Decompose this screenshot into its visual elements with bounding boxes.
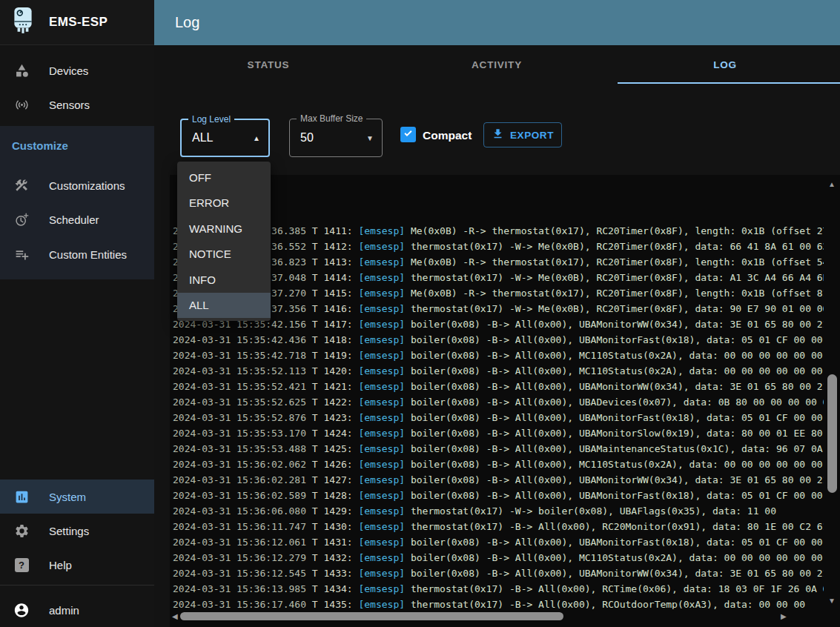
construction-icon [13, 177, 30, 193]
sidebar-item-system[interactable]: System [0, 480, 154, 514]
scroll-left-arrow-icon[interactable]: ◀ [172, 613, 178, 620]
log-line: 2024-03-31 15:36:11.747 T 1430: [emsesp]… [173, 519, 824, 534]
chevron-down-icon: ▼ [366, 134, 374, 142]
log-line: 2024-03-31 15:36:17.460 T 1435: [emsesp]… [173, 597, 824, 609]
log-level-option[interactable]: OFF [177, 165, 271, 190]
log-line: 2024-03-31 15:35:53.488 T 1425: [emsesp]… [173, 441, 824, 457]
account-circle-icon [13, 602, 30, 618]
log-line: 2024-03-31 15:35:52.876 T 1423: [emsesp]… [173, 410, 824, 425]
checkmark-icon [403, 127, 414, 142]
log-level-value: ALL [192, 131, 213, 145]
tab-status[interactable]: STATUS [154, 45, 383, 84]
sidebar-item-label: Customizations [49, 179, 125, 192]
sidebar-header: EMS-ESP [0, 0, 154, 45]
log-level-menu: OFFERRORWARNINGNOTICEINFOALL [177, 162, 271, 321]
sidebar-item-label: Help [49, 559, 72, 571]
log-line: 2024-03-31 15:36:02.062 T 1426: [emsesp]… [173, 457, 824, 472]
tab-bar: STATUS ACTIVITY LOG [154, 45, 840, 84]
sidebar-item-settings[interactable]: Settings [0, 514, 154, 548]
log-level-label: Log Level [188, 114, 234, 125]
sidebar-item-label: Scheduler [49, 213, 99, 226]
log-level-option[interactable]: ALL [177, 293, 271, 319]
tab-log[interactable]: LOG [611, 45, 839, 84]
sensors-icon [13, 96, 30, 113]
log-level-option[interactable]: NOTICE [177, 242, 271, 268]
max-buffer-value: 50 [300, 131, 314, 145]
sidebar-item-label: Devices [49, 64, 88, 77]
sidebar-item-label: Custom Entities [49, 248, 127, 261]
log-level-option[interactable]: ERROR [177, 190, 271, 216]
sidebar-item-sensors[interactable]: Sensors [0, 87, 154, 122]
username-label: admin [49, 604, 79, 617]
list-add-icon [13, 246, 30, 262]
sidebar-item-user[interactable]: admin [0, 593, 154, 627]
sidebar-item-scheduler[interactable]: Scheduler [0, 202, 154, 236]
tab-activity[interactable]: ACTIVITY [383, 45, 611, 84]
max-buffer-label: Max Buffer Size [297, 113, 366, 124]
vertical-scrollbar-thumb[interactable] [827, 374, 837, 493]
scroll-up-arrow-icon[interactable]: ▲ [828, 181, 836, 188]
scroll-right-arrow-icon[interactable]: ▶ [781, 613, 787, 620]
download-icon [492, 127, 504, 142]
sidebar-item-custom-entities[interactable]: Custom Entities [0, 237, 154, 271]
chevron-up-icon: ▲ [253, 134, 260, 142]
max-buffer-select[interactable]: Max Buffer Size 50 ▼ [289, 119, 383, 157]
sidebar: EMS-ESP Devices Sensors Customize [0, 0, 154, 627]
sidebar-item-customizations[interactable]: Customizations [0, 168, 154, 202]
customize-section-title: Customize [12, 139, 68, 152]
sidebar-item-devices[interactable]: Devices [0, 53, 154, 87]
boiler-logo-icon [12, 7, 34, 38]
devices-icon [13, 62, 30, 79]
app-title: EMS-ESP [49, 15, 108, 30]
log-line: 2024-03-31 15:36:13.985 T 1434: [emsesp]… [173, 581, 824, 597]
log-level-option[interactable]: INFO [177, 267, 271, 293]
log-line: 2024-03-31 15:36:12.061 T 1431: [emsesp]… [173, 534, 824, 550]
log-level-select[interactable]: Log Level ALL ▲ [180, 119, 270, 157]
log-line: 2024-03-31 15:36:06.080 T 1429: [emsesp]… [173, 503, 824, 519]
gear-icon [13, 522, 30, 539]
log-line: 2024-03-31 15:35:53.170 T 1424: [emsesp]… [173, 425, 824, 441]
log-line: 2024-03-31 15:35:52.625 T 1422: [emsesp]… [173, 394, 824, 410]
export-button[interactable]: EXPORT [483, 122, 562, 147]
log-line: 2024-03-31 15:35:42.718 T 1419: [emsesp]… [173, 348, 824, 363]
export-button-label: EXPORT [510, 130, 554, 141]
horizontal-scrollbar-thumb[interactable] [180, 612, 563, 620]
bar-chart-icon [13, 488, 30, 505]
sidebar-item-label: Sensors [49, 99, 90, 111]
log-line: 2024-03-31 15:35:52.113 T 1420: [emsesp]… [173, 363, 824, 379]
help-icon: ? [13, 557, 30, 573]
clock-plus-icon [13, 211, 30, 228]
appbar: Log [154, 0, 840, 45]
log-line: 2024-03-31 15:36:02.281 T 1427: [emsesp]… [173, 472, 824, 488]
sidebar-item-label: System [49, 491, 86, 503]
log-line: 2024-03-31 15:35:52.421 T 1421: [emsesp]… [173, 379, 824, 394]
log-line: 2024-03-31 15:36:12.279 T 1432: [emsesp]… [173, 550, 824, 565]
log-line: 2024-03-31 15:35:42.436 T 1418: [emsesp]… [173, 332, 824, 348]
sidebar-item-label: Settings [49, 525, 89, 537]
page-title: Log [175, 14, 199, 31]
sidebar-divider [0, 585, 154, 585]
log-level-option[interactable]: WARNING [177, 216, 271, 242]
scroll-down-arrow-icon[interactable]: ▼ [828, 597, 836, 605]
compact-label: Compact [423, 129, 472, 142]
app-window: EMS-ESP Devices Sensors Customize [0, 0, 840, 627]
log-line: 2024-03-31 15:36:12.545 T 1433: [emsesp]… [173, 565, 824, 581]
log-line: 2024-03-31 15:36:02.589 T 1428: [emsesp]… [173, 488, 824, 503]
sidebar-item-help[interactable]: ? Help [0, 548, 154, 582]
active-tab-indicator [618, 82, 840, 84]
compact-checkbox[interactable] [400, 127, 416, 142]
